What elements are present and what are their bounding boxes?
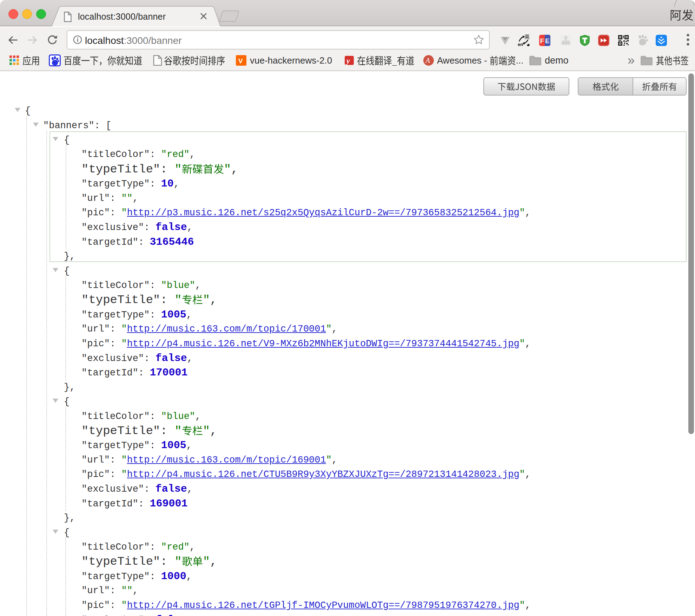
svg-text:F: F xyxy=(540,37,544,45)
svg-text:V: V xyxy=(238,57,243,65)
svg-text:A: A xyxy=(425,56,430,65)
svg-text:E: E xyxy=(545,37,550,45)
svg-text:en: en xyxy=(518,42,523,46)
